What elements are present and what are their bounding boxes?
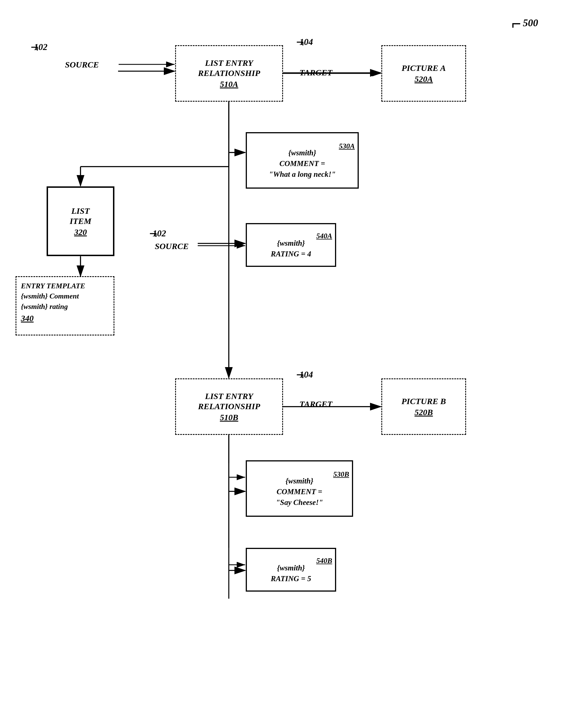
rating-540a-id: 540A [316,232,332,240]
picture-a-label: PICTURE A [402,63,446,73]
rating-540b: 540B {wsmith}RATING = 5 [246,548,336,592]
list-item-label: LISTITEM [70,206,91,226]
picture-b-id: 520B [414,407,433,417]
list-entry-510a-id: 510A [220,79,238,89]
rating-540b-label: {wsmith}RATING = 5 [271,563,311,584]
comment-530b-id: 530B [333,470,349,478]
list-entry-510b-id: 510B [220,413,238,422]
entry-template-label: ENTRY TEMPLATE{wsmith} Comment{wsmith} r… [21,281,85,312]
target-label-b: TARGET [299,399,333,409]
comment-530a-id: 530A [339,142,355,150]
picture-a-520a: PICTURE A 520A [381,45,466,102]
list-item-320: LISTITEM 320 [47,186,115,256]
entry-template-340: ENTRY TEMPLATE{wsmith} Comment{wsmith} r… [15,276,115,335]
bracket-104-top: ⌐ [296,34,304,50]
rating-540b-id: 540B [316,557,332,565]
picture-a-id: 520A [414,74,433,84]
list-entry-510a: LIST ENTRYRELATIONSHIP 510A [175,45,283,102]
comment-530b: 530B {wsmith}COMMENT ="Say Cheese!" [246,460,353,517]
picture-b-520b: PICTURE B 520B [381,379,466,435]
comment-530a-label: {wsmith}COMMENT ="What a long neck!" [269,148,336,180]
entry-template-id: 340 [21,313,33,323]
arrows-main [0,0,572,728]
list-entry-510b: LIST ENTRYRELATIONSHIP 510B [175,379,283,435]
bracket-104-b: ⌐ [296,367,304,383]
figure-number: 500 [523,17,538,29]
fig-bracket: ⌐ [512,14,521,33]
bracket-102-mid: ⌐ [149,225,157,242]
bracket-102-top: ⌐ [30,39,39,55]
target-label-a: TARGET [299,68,333,77]
diagram: 500 ⌐ 102 ⌐ SOURCE 104 ⌐ TARGET 102 ⌐ SO… [0,0,572,728]
arrows-svg [0,0,572,728]
list-item-id: 320 [74,227,87,237]
source-label-top: SOURCE [65,60,99,70]
comment-530b-label: {wsmith}COMMENT ="Say Cheese!" [276,476,323,508]
source-label-mid: SOURCE [155,241,189,251]
rating-540a-label: {wsmith}RATING = 4 [271,238,311,259]
comment-530a: 530A {wsmith}COMMENT ="What a long neck!… [246,132,359,189]
rating-540a: 540A {wsmith}RATING = 4 [246,223,336,267]
list-entry-510a-label: LIST ENTRYRELATIONSHIP [198,58,260,78]
picture-b-label: PICTURE B [402,396,446,406]
list-entry-510b-label: LIST ENTRYRELATIONSHIP [198,391,260,411]
